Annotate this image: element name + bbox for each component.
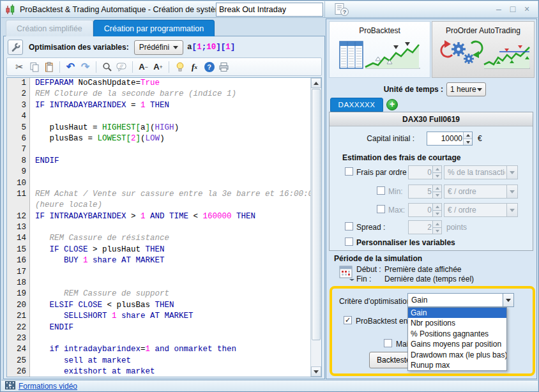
line-number: 8 xyxy=(7,156,30,167)
code-line: 15 IF CLOSE > plusHaut THEN xyxy=(7,245,310,255)
fees-per-order-unit-select[interactable]: % de la transaction xyxy=(444,165,518,179)
spinner-down-button[interactable] xyxy=(433,172,441,179)
titlebar-divider xyxy=(324,1,325,17)
hint-lightbulb-icon[interactable] xyxy=(172,59,187,74)
font-increase-icon[interactable]: A+ xyxy=(151,59,165,74)
fees-per-order-spinner[interactable]: 0 xyxy=(408,165,442,179)
spread-checkbox[interactable] xyxy=(345,222,353,230)
print-icon[interactable] xyxy=(216,59,231,74)
code-editor[interactable]: 1DEFPARAM NoCashUpdate=True2REM Cloture … xyxy=(6,77,322,377)
help-icon[interactable]: ? xyxy=(202,59,216,74)
scroll-up-button[interactable] xyxy=(311,78,321,88)
code-line: 17 xyxy=(7,267,310,278)
editor-scrollbar[interactable] xyxy=(310,78,321,377)
redo-icon[interactable]: ↷ xyxy=(78,59,93,74)
fees-min-spinner[interactable]: 5 xyxy=(408,185,442,199)
line-number: 10 xyxy=(7,178,30,189)
fees-max-checkbox[interactable] xyxy=(377,205,385,213)
line-number: 9 xyxy=(7,167,30,177)
fees-per-order-checkbox[interactable] xyxy=(345,167,353,176)
fees-max-label: Max: xyxy=(388,206,405,215)
spread-unit-label: points xyxy=(446,223,467,232)
chevron-down-icon xyxy=(173,46,178,49)
criterion-option[interactable]: % Positions gagnantes xyxy=(408,329,506,339)
minimize-button[interactable]: – xyxy=(494,3,503,15)
tab-creation-simplifiee[interactable]: Création simplifiée xyxy=(6,20,93,36)
scroll-down-button[interactable] xyxy=(311,366,321,377)
timeframe-label: Unité de temps : xyxy=(326,85,443,94)
capital-label: Capital initial : xyxy=(330,134,414,143)
code-line: 7 xyxy=(7,144,310,155)
criterion-option[interactable]: Runup max xyxy=(408,360,506,370)
editor-toolbar: ✂ ↶ ↷ xyxy=(6,57,322,76)
fees-per-order-label: Frais par ordre : xyxy=(356,168,411,177)
fees-min-unit-select[interactable]: € / ordre xyxy=(444,185,518,199)
line-number: 3 xyxy=(7,100,30,111)
fees-max-unit-select[interactable]: € / ordre xyxy=(444,203,518,217)
fees-max-spinner[interactable]: 0 xyxy=(408,203,442,217)
instrument-settings-group: DAX30 Full0619 Capital initial : 10000 €… xyxy=(329,112,533,251)
criterion-combobox[interactable]: Gain xyxy=(407,293,514,307)
video-training-link[interactable]: Formations vidéo xyxy=(19,382,77,391)
simulation-period-heading: Période de la simulation xyxy=(334,254,422,263)
copy-icon[interactable] xyxy=(27,59,42,74)
instrument-tab-dax[interactable]: DAXXXXX xyxy=(330,98,383,112)
paste-icon[interactable] xyxy=(42,59,56,74)
probacktest-mode-checkbox[interactable]: ✓ xyxy=(344,316,352,324)
document-help-button[interactable]: ? xyxy=(331,2,353,17)
variables-tool-button[interactable] xyxy=(8,40,23,55)
spinner-down-button[interactable] xyxy=(433,192,441,198)
font-decrease-icon[interactable]: A− xyxy=(136,59,151,74)
period-start-row: Début :Première date affichée xyxy=(356,265,462,274)
optimisation-label: Optimisation des variables: xyxy=(29,43,129,52)
spinner-up-button[interactable] xyxy=(464,132,472,139)
probacktest-mode-button[interactable]: ProBacktest xyxy=(329,21,430,78)
chevron-down-icon xyxy=(477,88,482,91)
tab-creation-par-programmation[interactable]: Création par programmation xyxy=(93,20,215,36)
secondary-checkbox[interactable] xyxy=(384,339,392,347)
code-line: 8ENDIF xyxy=(7,156,310,167)
toolbar-separator xyxy=(59,61,60,73)
add-instrument-button[interactable]: + xyxy=(386,99,398,110)
spinner-down-button[interactable] xyxy=(464,139,472,145)
comment-icon[interactable]: // xyxy=(114,59,129,74)
spinner-up-button[interactable] xyxy=(433,185,441,192)
maximize-button[interactable]: □ xyxy=(508,3,517,15)
undo-icon[interactable]: ↶ xyxy=(63,59,78,74)
proorder-autotrading-button[interactable]: ProOrder AutoTrading xyxy=(432,21,535,78)
line-number: 4 xyxy=(7,111,30,122)
spinner-up-button[interactable] xyxy=(433,166,441,172)
code-area[interactable]: 1DEFPARAM NoCashUpdate=True2REM Cloture … xyxy=(7,78,310,377)
scrollbar-thumb[interactable] xyxy=(312,89,321,340)
timeframe-select[interactable]: 1 heure xyxy=(446,82,486,96)
spinner-up-button[interactable] xyxy=(433,204,441,210)
criterion-option[interactable]: Gain xyxy=(408,308,506,318)
line-number: 15 xyxy=(7,245,30,255)
criterion-option[interactable]: Gains moyens par position xyxy=(408,339,506,349)
spinner-down-button[interactable] xyxy=(433,227,441,234)
criterion-option[interactable]: Nbr positions xyxy=(408,318,506,328)
line-number: 12 xyxy=(7,211,30,222)
close-button[interactable]: × xyxy=(522,3,531,15)
spinner-up-button[interactable] xyxy=(433,221,441,227)
code-line: 23 xyxy=(7,333,310,344)
triangle-up-icon xyxy=(314,82,319,85)
preset-dropdown[interactable]: Prédéfini xyxy=(134,40,183,55)
capital-spinner[interactable]: 10000 xyxy=(427,132,473,146)
calendar-icon[interactable] xyxy=(339,264,354,283)
system-name-input[interactable] xyxy=(216,3,323,17)
svg-text:?: ? xyxy=(343,9,347,15)
optimisation-row: Optimisation des variables: Prédéfini a[… xyxy=(8,38,235,56)
chevron-down-icon xyxy=(506,204,517,216)
fees-min-checkbox[interactable] xyxy=(377,186,385,195)
search-icon[interactable] xyxy=(100,59,114,74)
line-number: 21 xyxy=(7,311,30,322)
spinner-down-button[interactable] xyxy=(433,210,441,216)
spread-spinner[interactable]: 2 xyxy=(408,220,442,234)
insert-function-icon[interactable]: fx xyxy=(187,59,202,74)
criterion-option[interactable]: Drawdown max (le plus bas) xyxy=(408,350,506,360)
programming-panel: Optimisation des variables: Prédéfini a[… xyxy=(3,36,325,379)
wrench-icon xyxy=(11,43,20,52)
personalize-variables-checkbox[interactable] xyxy=(345,237,353,246)
cut-icon[interactable]: ✂ xyxy=(12,59,27,74)
